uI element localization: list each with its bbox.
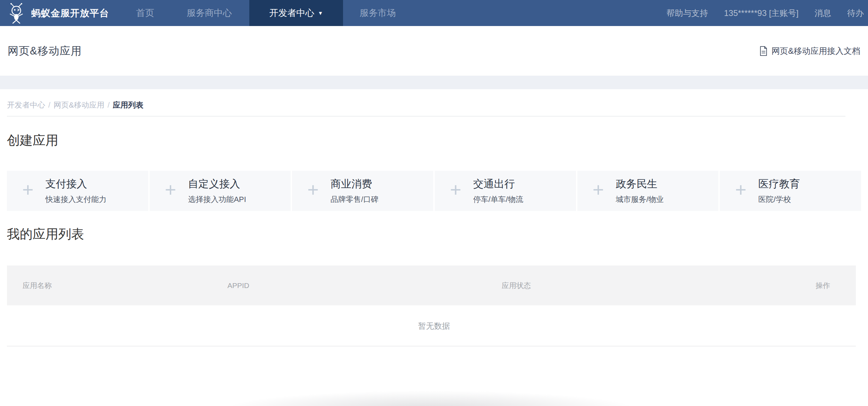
nav-item-label: 开发者中心 bbox=[269, 7, 315, 19]
card-text: 政务民生 城市服务/物业 bbox=[616, 177, 663, 205]
bottom-edge-shadow bbox=[163, 384, 698, 406]
brand-name: 蚂蚁金服开放平台 bbox=[31, 7, 109, 19]
create-card-commerce[interactable]: + 商业消费 品牌零售/口碑 bbox=[292, 171, 433, 211]
card-subtitle: 快速接入支付能力 bbox=[45, 194, 107, 205]
breadcrumb-separator: / bbox=[105, 101, 113, 109]
plus-icon: + bbox=[22, 180, 34, 200]
card-subtitle: 停车/单车/物流 bbox=[473, 194, 523, 205]
plus-icon: + bbox=[593, 180, 604, 200]
plus-icon: + bbox=[165, 180, 176, 200]
card-subtitle: 城市服务/物业 bbox=[616, 194, 663, 205]
create-card-payment[interactable]: + 支付接入 快速接入支付能力 bbox=[7, 171, 148, 211]
messages-link[interactable]: 消息 bbox=[815, 8, 831, 19]
create-card-government[interactable]: + 政务民生 城市服务/物业 bbox=[577, 171, 719, 211]
card-subtitle: 医院/学校 bbox=[758, 194, 800, 205]
integration-doc-link-label: 网页&移动应用接入文档 bbox=[771, 45, 860, 57]
card-title: 政务民生 bbox=[616, 177, 663, 191]
card-text: 自定义接入 选择接入功能API bbox=[188, 177, 246, 205]
column-header-app-status: 应用状态 bbox=[502, 281, 531, 290]
integration-doc-link[interactable]: 网页&移动应用接入文档 bbox=[759, 45, 860, 57]
plus-icon: + bbox=[735, 180, 746, 200]
breadcrumb-divider bbox=[7, 116, 845, 117]
nav-item-service-market[interactable]: 服务市场 bbox=[343, 0, 412, 26]
create-card-medical-education[interactable]: + 医疗教育 医院/学校 bbox=[720, 171, 861, 211]
brand[interactable]: 蚂蚁金服开放平台 bbox=[0, 0, 109, 26]
card-title: 自定义接入 bbox=[188, 177, 246, 191]
account-label[interactable]: 135******93 [主账号] bbox=[724, 8, 799, 19]
nav-item-home[interactable]: 首页 bbox=[121, 0, 169, 26]
breadcrumb-developer-center[interactable]: 开发者中心 bbox=[7, 101, 45, 109]
column-header-actions: 操作 bbox=[816, 281, 856, 290]
card-text: 支付接入 快速接入支付能力 bbox=[45, 177, 107, 205]
breadcrumb-web-mobile-app[interactable]: 网页&移动应用 bbox=[53, 101, 105, 109]
help-support-link[interactable]: 帮助与支持 bbox=[666, 8, 708, 19]
breadcrumb-separator: / bbox=[45, 101, 53, 109]
plus-icon: + bbox=[450, 180, 461, 200]
breadcrumb: 开发者中心/网页&移动应用/应用列表 bbox=[7, 100, 143, 110]
table-bottom-divider bbox=[7, 346, 856, 347]
card-subtitle: 品牌零售/口碑 bbox=[331, 194, 378, 205]
card-text: 医疗教育 医院/学校 bbox=[758, 177, 800, 205]
empty-state-text: 暂无数据 bbox=[0, 321, 868, 331]
create-app-heading: 创建应用 bbox=[7, 132, 58, 149]
caret-down-icon: ▼ bbox=[318, 10, 323, 16]
breadcrumb-current-app-list: 应用列表 bbox=[113, 101, 143, 109]
card-subtitle: 选择接入功能API bbox=[188, 194, 246, 205]
page-title: 网页&移动应用 bbox=[8, 44, 82, 58]
ant-logo-icon bbox=[6, 2, 27, 24]
column-header-app-name: 应用名称 bbox=[23, 281, 227, 290]
nav-item-service-provider-center[interactable]: 服务商中心 bbox=[169, 0, 249, 26]
page-header: 网页&移动应用 网页&移动应用接入文档 bbox=[0, 26, 868, 76]
create-card-transport[interactable]: + 交通出行 停车/单车/物流 bbox=[435, 171, 576, 211]
column-header-appid: APPID bbox=[227, 281, 502, 290]
navbar-right: 帮助与支持 135******93 [主账号] 消息 待办 bbox=[666, 0, 868, 26]
card-title: 支付接入 bbox=[45, 177, 107, 191]
page: 蚂蚁金服开放平台 首页 服务商中心 开发者中心 ▼ 服务市场 帮助与支持 135… bbox=[0, 0, 868, 406]
card-title: 医疗教育 bbox=[758, 177, 800, 191]
create-card-custom[interactable]: + 自定义接入 选择接入功能API bbox=[150, 171, 291, 211]
todo-link[interactable]: 待办 bbox=[847, 8, 864, 19]
top-navbar: 蚂蚁金服开放平台 首页 服务商中心 开发者中心 ▼ 服务市场 帮助与支持 135… bbox=[0, 0, 868, 26]
card-title: 商业消费 bbox=[331, 177, 378, 191]
app-table-header: 应用名称 APPID 应用状态 操作 bbox=[7, 265, 856, 305]
card-text: 交通出行 停车/单车/物流 bbox=[473, 177, 523, 205]
my-app-list-heading: 我的应用列表 bbox=[7, 226, 84, 243]
document-icon bbox=[759, 46, 768, 56]
plus-icon: + bbox=[307, 180, 319, 200]
create-app-card-row: + 支付接入 快速接入支付能力 + 自定义接入 选择接入功能API + 商业消费… bbox=[7, 171, 861, 211]
card-title: 交通出行 bbox=[473, 177, 523, 191]
primary-nav: 首页 服务商中心 开发者中心 ▼ 服务市场 bbox=[121, 0, 412, 26]
nav-item-developer-center[interactable]: 开发者中心 ▼ bbox=[249, 0, 343, 26]
sub-header-band bbox=[0, 76, 868, 89]
card-text: 商业消费 品牌零售/口碑 bbox=[331, 177, 378, 205]
